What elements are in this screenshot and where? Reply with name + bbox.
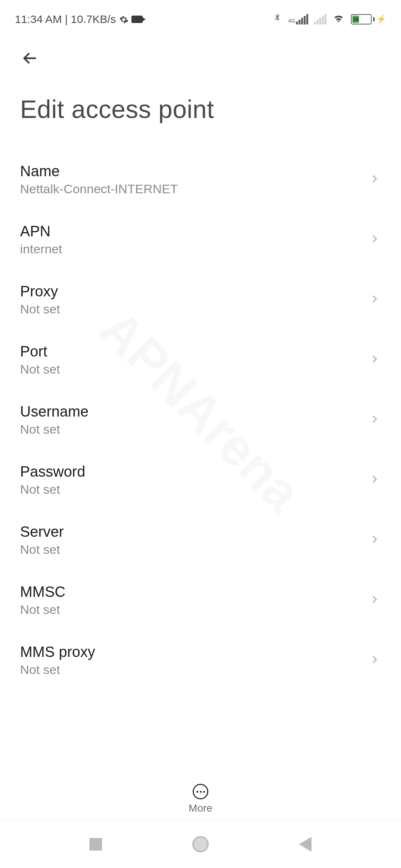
list-item-label: APN (20, 223, 62, 240)
chevron-right-icon (368, 172, 381, 187)
nav-home-button[interactable] (192, 836, 209, 852)
chevron-right-icon (368, 473, 381, 487)
chevron-right-icon (368, 533, 381, 547)
list-item-label: Name (20, 163, 178, 180)
signal-4g: 4G (288, 14, 308, 24)
list-item-label: Port (20, 343, 60, 360)
list-item-value: Not set (20, 482, 85, 497)
back-button[interactable] (20, 48, 40, 72)
list-item-mmsc[interactable]: MMSC Not set (0, 570, 401, 630)
list-item-value: Not set (20, 422, 89, 437)
camera-icon (131, 16, 143, 23)
list-item-label: Username (20, 403, 89, 420)
header: Edit access point (0, 30, 401, 131)
signal-secondary (314, 14, 326, 24)
status-datarate: 10.7KB/s (71, 13, 116, 26)
network-type-label: 4G (288, 18, 295, 24)
more-button[interactable]: More (0, 776, 401, 814)
list-item-value: Not set (20, 602, 65, 617)
page-title: Edit access point (20, 95, 381, 124)
settings-list: APNArena Name Nettalk-Connect-INTERNET A… (0, 131, 401, 690)
more-icon (193, 784, 208, 799)
list-item-value: Nettalk-Connect-INTERNET (20, 182, 178, 196)
list-item-label: Password (20, 463, 85, 480)
list-item-port[interactable]: Port Not set (0, 330, 401, 390)
chevron-right-icon (368, 293, 381, 307)
list-item-apn[interactable]: APN internet (0, 210, 401, 270)
list-item-value: Not set (20, 542, 64, 557)
fade-overlay (0, 757, 401, 772)
chevron-right-icon (368, 413, 381, 427)
list-item-label: MMS proxy (20, 644, 95, 660)
status-bar: 11:34 AM | 10.7KB/s 4G (0, 0, 401, 30)
status-right: 4G 38 ⚡ (273, 12, 386, 27)
gear-icon (119, 14, 128, 24)
chevron-right-icon (368, 653, 381, 667)
list-item-proxy[interactable]: Proxy Not set (0, 270, 401, 330)
list-item-name[interactable]: Name Nettalk-Connect-INTERNET (0, 149, 401, 210)
list-item-label: Server (20, 523, 64, 540)
status-left: 11:34 AM | 10.7KB/s (15, 13, 143, 26)
list-item-value: internet (20, 242, 62, 256)
battery-level: 38 (352, 16, 359, 23)
status-time: 11:34 AM (15, 13, 62, 26)
chevron-right-icon (368, 593, 381, 607)
charging-icon: ⚡ (376, 14, 386, 24)
list-item-value: Not set (20, 362, 60, 377)
chevron-right-icon (368, 233, 381, 247)
list-item-server[interactable]: Server Not set (0, 510, 401, 570)
more-label: More (189, 802, 212, 814)
list-item-label: Proxy (20, 283, 60, 300)
navigation-bar (0, 820, 401, 868)
wifi-icon (332, 12, 345, 27)
list-item-password[interactable]: Password Not set (0, 450, 401, 510)
nav-back-button[interactable] (299, 837, 312, 852)
status-separator: | (65, 13, 68, 26)
battery-indicator: 38 ⚡ (351, 14, 386, 24)
chevron-right-icon (368, 353, 381, 367)
list-item-username[interactable]: Username Not set (0, 390, 401, 450)
list-item-value: Not set (20, 662, 95, 677)
bluetooth-icon (273, 12, 282, 27)
nav-recent-button[interactable] (89, 838, 102, 851)
list-item-label: MMSC (20, 583, 65, 600)
list-item-mms-proxy[interactable]: MMS proxy Not set (0, 630, 401, 690)
list-item-value: Not set (20, 302, 60, 316)
